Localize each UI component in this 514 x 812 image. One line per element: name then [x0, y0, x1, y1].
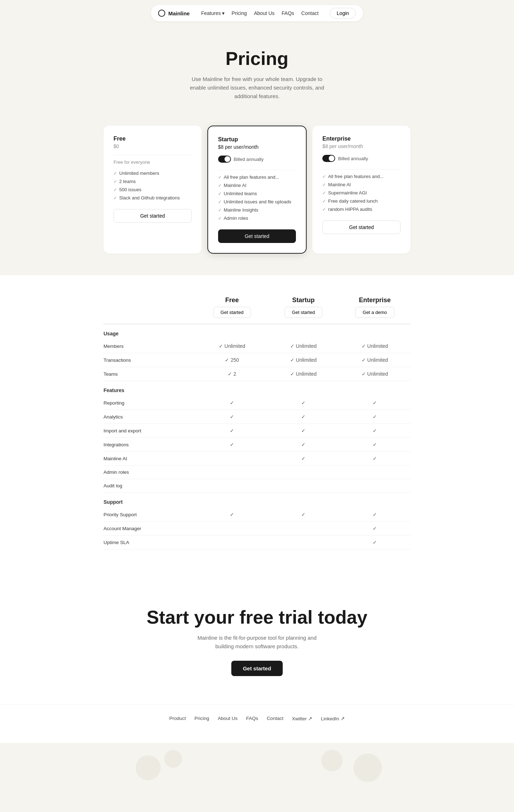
header-col-free: Free Get started [196, 296, 268, 318]
nav-features[interactable]: Features ▾ [201, 10, 224, 16]
comparison-enterprise-btn[interactable]: Get a demo [355, 307, 394, 318]
check-icon: ✓ Unlimited [290, 343, 317, 349]
free-value [196, 466, 268, 479]
section-row: Usage [104, 324, 410, 339]
enterprise-feature-1: All free plan features and... [322, 174, 400, 179]
startup-value: ✓ [268, 410, 339, 424]
footer-product[interactable]: Product [169, 716, 186, 721]
startup-feature-5: Mainline Insights [218, 207, 296, 213]
startup-card: Startup $8 per user/month Billed annuall… [207, 126, 307, 254]
check-icon: ✓ [373, 414, 377, 420]
deco-circle-2 [321, 750, 343, 771]
check-icon: ✓ [230, 512, 234, 517]
check-icon: ✓ [230, 442, 234, 447]
cards-wrapper: Free $0 Free for everyone Unlimited memb… [104, 126, 410, 254]
enterprise-toggle[interactable] [322, 155, 335, 162]
logo-text: Mainline [168, 10, 190, 16]
check-icon: ✓ [301, 414, 306, 420]
check-icon: ✓ Unlimited [362, 343, 388, 349]
startup-value [268, 536, 339, 549]
free-card-price: $0 [114, 143, 192, 149]
enterprise-value: ✓ Unlimited [339, 339, 410, 353]
deco-circle-3 [136, 755, 161, 780]
free-feature-1: Unlimited members [114, 171, 192, 176]
free-card-features: Unlimited members 2 teams 500 issues Sla… [114, 171, 192, 201]
startup-get-started-button[interactable]: Get started [218, 229, 296, 243]
startup-card-divider [218, 170, 296, 170]
check-icon: ✓ [373, 512, 377, 517]
section-label: Usage [104, 324, 410, 339]
enterprise-value: ✓ Unlimited [339, 353, 410, 367]
footer-about[interactable]: About Us [218, 716, 238, 721]
startup-value: ✓ [268, 424, 339, 438]
table-row: Transactions✓ 250✓ Unlimited✓ Unlimited [104, 353, 410, 367]
cta-title: Start your free trial today [14, 607, 500, 628]
free-value: ✓ 2 [196, 367, 268, 381]
free-value [196, 536, 268, 549]
enterprise-value: ✓ [339, 410, 410, 424]
free-value: ✓ Unlimited [196, 339, 268, 353]
navbar: Mainline Features ▾ Pricing About Us FAQ… [0, 0, 514, 26]
footer-linkedin[interactable]: LinkedIn ↗ [321, 716, 345, 721]
free-card: Free $0 Free for everyone Unlimited memb… [104, 126, 202, 254]
startup-feature-2: Mainline AI [218, 183, 296, 188]
comparison-startup-btn[interactable]: Get started [284, 307, 322, 318]
footer-pricing[interactable]: Pricing [195, 716, 209, 721]
startup-card-price: $8 per user/month [218, 144, 296, 150]
nav-about[interactable]: About Us [254, 10, 274, 16]
free-feature-3: 500 issues [114, 187, 192, 192]
startup-card-features: All free plan features and... Mainline A… [218, 174, 296, 221]
startup-toggle[interactable] [218, 156, 231, 163]
startup-feature-3: Unlimited teams [218, 191, 296, 196]
startup-billing-label: Billed annually [234, 157, 264, 162]
cta-get-started-button[interactable]: Get started [231, 661, 282, 676]
startup-card-name: Startup [218, 136, 296, 143]
table-row: Priority Support✓✓✓ [104, 508, 410, 522]
footer-xwitter[interactable]: Xwitter ↗ [292, 716, 312, 721]
header-col-startup: Startup Get started [268, 296, 339, 318]
footer-contact[interactable]: Contact [267, 716, 283, 721]
feature-name: Members [104, 339, 196, 353]
nav-faqs[interactable]: FAQs [282, 10, 294, 16]
enterprise-toggle-thumb [329, 156, 334, 161]
check-icon: ✓ [373, 456, 377, 461]
startup-value: ✓ Unlimited [268, 353, 339, 367]
check-icon: ✓ Unlimited [219, 343, 245, 349]
table-row: Teams✓ 2✓ Unlimited✓ Unlimited [104, 367, 410, 381]
check-icon: ✓ [373, 526, 377, 531]
deco-circle-1 [353, 753, 382, 782]
comparison-section: Free Get started Startup Get started Ent… [0, 275, 514, 571]
startup-feature-4: Unlimited issues and file uploads [218, 199, 296, 204]
feature-name: Integrations [104, 438, 196, 452]
footer: Product Pricing About Us FAQs Contact Xw… [0, 705, 514, 743]
check-icon: ✓ [373, 400, 377, 406]
login-button[interactable]: Login [330, 8, 356, 19]
check-icon: ✓ Unlimited [362, 371, 388, 377]
startup-value: ✓ Unlimited [268, 367, 339, 381]
enterprise-value: ✓ [339, 438, 410, 452]
nav-links: Features ▾ Pricing About Us FAQs Contact [201, 10, 318, 16]
table-row: Audit log [104, 479, 410, 493]
check-icon: ✓ Unlimited [290, 371, 317, 377]
section-label: Support [104, 493, 410, 508]
nav-pricing[interactable]: Pricing [232, 10, 247, 16]
feature-name: Uptime SLA [104, 536, 196, 549]
free-get-started-button[interactable]: Get started [114, 209, 192, 223]
free-value: ✓ [196, 396, 268, 410]
comparison-header: Free Get started Startup Get started Ent… [104, 296, 410, 318]
cta-section: Start your free trial today Mainline is … [0, 571, 514, 705]
enterprise-feature-2: Mainline AI [322, 182, 400, 187]
nav-logo[interactable]: Mainline [158, 10, 190, 17]
comparison-free-btn[interactable]: Get started [213, 307, 251, 318]
feature-name: Priority Support [104, 508, 196, 522]
enterprise-feature-5: random HIPPA audits [322, 207, 400, 212]
table-row: Mainline AI✓✓ [104, 452, 410, 466]
footer-faqs[interactable]: FAQs [246, 716, 258, 721]
free-card-name: Free [114, 136, 192, 142]
nav-contact[interactable]: Contact [301, 10, 318, 16]
hero-section: Pricing Use Mainline for free with your … [0, 26, 514, 115]
enterprise-get-started-button[interactable]: Get started [322, 220, 400, 234]
logo-icon [158, 10, 165, 17]
free-value: ✓ [196, 410, 268, 424]
enterprise-value: ✓ [339, 396, 410, 410]
